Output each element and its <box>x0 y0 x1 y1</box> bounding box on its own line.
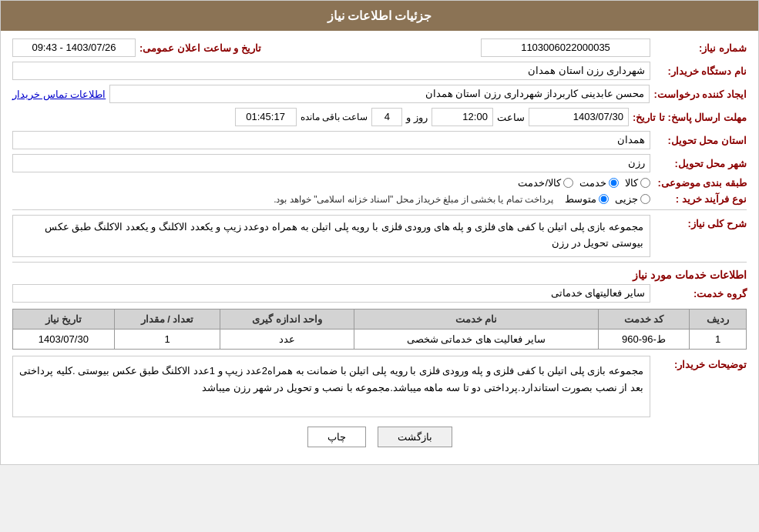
services-table-section: ردیف کد خدمت نام خدمت واحد اندازه گیری ت… <box>12 309 747 350</box>
deadline-days-label: روز و <box>406 112 428 123</box>
process-type-row: نوع فرآیند خرید : جزیی متوسط پرداخت تمام… <box>12 193 747 205</box>
table-cell-quantity: 1 <box>114 330 220 350</box>
deadline-remain: 01:45:17 <box>235 108 297 126</box>
buyer-org-row: نام دستگاه خریدار: شهرداری رزن استان همد… <box>12 62 747 80</box>
col-name: نام خدمت <box>354 309 599 330</box>
radio-kala[interactable] <box>640 178 650 188</box>
radio-jozi-label: جزیی <box>615 193 638 205</box>
col-qty: تعداد / مقدار <box>114 309 220 330</box>
table-cell-date: 1403/07/30 <box>13 330 115 350</box>
announcement-date-label: تاریخ و ساعت اعلان عمومی: <box>139 42 261 54</box>
category-label: طبقه بندی موضوعی: <box>654 177 747 189</box>
category-radio-khedmat: خدمت <box>579 177 619 189</box>
table-cell-unit: عدد <box>220 330 354 350</box>
process-description: پرداخت تمام یا بخشی از مبلغ خریداز محل "… <box>12 194 561 205</box>
back-button[interactable]: بازگشت <box>378 427 452 447</box>
need-number-row: شماره نیاز: 1103006022000035 تاریخ و ساع… <box>12 38 747 57</box>
creator-row: ایجاد کننده درخواست: محسن عابدینی کاربرد… <box>12 85 747 103</box>
services-table: ردیف کد خدمت نام خدمت واحد اندازه گیری ت… <box>12 309 747 350</box>
buyer-org-value: شهرداری رزن استان همدان <box>12 62 650 80</box>
category-radio-kala: کالا <box>625 177 650 189</box>
page-title: جزئیات اطلاعات نیاز <box>1 1 758 31</box>
page-wrapper: جزئیات اطلاعات نیاز شماره نیاز: 11030060… <box>0 0 759 465</box>
deadline-row: مهلت ارسال پاسخ: تا تاریخ: 1403/07/30 سا… <box>12 108 747 126</box>
content-area: شماره نیاز: 1103006022000035 تاریخ و ساع… <box>1 31 758 464</box>
announcement-date-value: 1403/07/26 - 09:43 <box>12 38 136 57</box>
deadline-days: 4 <box>371 108 402 126</box>
process-radio-motavaset: متوسط <box>565 193 609 205</box>
creator-contact-link[interactable]: اطلاعات تماس خریدار <box>12 89 106 100</box>
table-cell-row: 1 <box>690 330 747 350</box>
table-row: 1ط-96-960سایر فعالیت های خدماتی شخصیعدد1… <box>13 330 747 350</box>
creator-label: ایجاد کننده درخواست: <box>653 89 747 100</box>
services-section-title: اطلاعات خدمات مورد نیاز <box>12 269 747 281</box>
radio-kala-label: کالا <box>625 177 638 189</box>
province-value: همدان <box>12 131 650 149</box>
radio-motavaset[interactable] <box>599 194 609 204</box>
deadline-date: 1403/07/30 <box>529 108 629 126</box>
buyer-notes: مجموعه بازی پلی اتیلن با کفی فلزی و پله … <box>12 356 650 417</box>
process-type-label: نوع فرآیند خرید : <box>654 193 747 205</box>
radio-khedmat-label: خدمت <box>579 177 606 189</box>
col-date: تاریخ نیاز <box>13 309 115 330</box>
remain-label: ساعت باقی مانده <box>301 112 368 122</box>
city-label: شهر محل تحویل: <box>654 158 747 169</box>
radio-kala-khedmat-label: کالا/خدمت <box>518 177 561 189</box>
category-radio-kala-khedmat: کالا/خدمت <box>518 177 573 189</box>
col-code: کد خدمت <box>598 309 689 330</box>
service-group-label: گروه خدمت: <box>654 288 747 299</box>
table-cell-name: سایر فعالیت های خدماتی شخصی <box>354 330 599 350</box>
buyer-notes-label: توضیحات خریدار: <box>654 356 747 370</box>
bottom-buttons: بازگشت چاپ <box>12 427 747 447</box>
need-number-label: شماره نیاز: <box>654 42 747 54</box>
province-row: استان محل تحویل: همدان <box>12 131 747 149</box>
category-radio-group: کالا خدمت کالا/خدمت <box>518 177 650 189</box>
need-description: مجموعه بازی پلی اتیلن با کفی های فلزی و … <box>12 215 650 257</box>
city-value: رزن <box>12 154 650 172</box>
buyer-notes-row: توضیحات خریدار: مجموعه بازی پلی اتیلن با… <box>12 356 747 417</box>
radio-khedmat[interactable] <box>609 178 619 188</box>
city-row: شهر محل تحویل: رزن <box>12 154 747 172</box>
province-label: استان محل تحویل: <box>654 135 747 146</box>
service-group-value: سایر فعالیتهای خدماتی <box>12 284 650 303</box>
need-desc-label: شرح کلی نیاز: <box>654 215 747 229</box>
radio-kala-khedmat[interactable] <box>563 178 573 188</box>
creator-name: محسن عابدینی کاربرداز شهرداری رزن استان … <box>109 85 650 103</box>
deadline-label: مهلت ارسال پاسخ: تا تاریخ: <box>633 112 747 123</box>
table-cell-code: ط-96-960 <box>598 330 689 350</box>
deadline-time-label: ساعت <box>497 112 525 123</box>
process-radio-group: جزیی متوسط <box>565 193 650 205</box>
need-number-value: 1103006022000035 <box>481 38 650 57</box>
radio-motavaset-label: متوسط <box>565 193 596 205</box>
print-button[interactable]: چاپ <box>307 427 366 447</box>
radio-jozi[interactable] <box>640 194 650 204</box>
process-radio-jozi: جزیی <box>615 193 650 205</box>
service-group-row: گروه خدمت: سایر فعالیتهای خدماتی <box>12 284 747 303</box>
category-row: طبقه بندی موضوعی: کالا خدمت کالا/خدمت <box>12 177 747 189</box>
deadline-time: 12:00 <box>432 108 493 126</box>
col-row: ردیف <box>690 309 747 330</box>
col-unit: واحد اندازه گیری <box>220 309 354 330</box>
buyer-org-label: نام دستگاه خریدار: <box>654 65 747 77</box>
need-desc-row: شرح کلی نیاز: مجموعه بازی پلی اتیلن با ک… <box>12 215 747 257</box>
